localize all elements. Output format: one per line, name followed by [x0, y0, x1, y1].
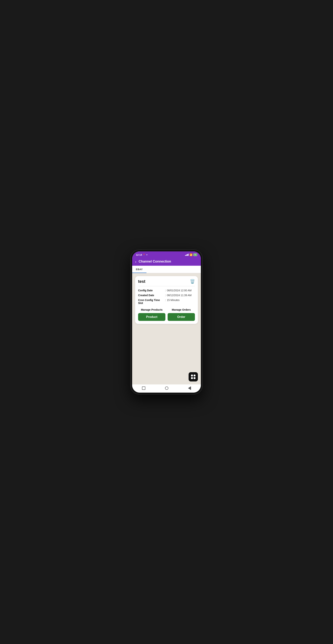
fab-grid-icon: [191, 374, 195, 379]
app-header: ‹ Channel Connection: [132, 257, 201, 266]
manage-products-label: Manage Products: [141, 308, 163, 311]
cron-config-label: Cron Config Time Slot: [138, 298, 165, 304]
nav-square-button[interactable]: [142, 386, 145, 390]
nav-back-button[interactable]: [188, 386, 191, 390]
status-time: 12:14 📍 ••: [136, 254, 148, 256]
product-button[interactable]: Product: [138, 313, 165, 321]
created-date-colon: :: [165, 294, 166, 297]
back-button[interactable]: ‹: [135, 260, 136, 264]
created-date-value: 06/12/2024 11:39 AM: [167, 294, 192, 297]
signal-icon: [185, 254, 189, 256]
status-bar: 12:14 📍 •• 📶 93: [132, 252, 201, 257]
header-title: Channel Connection: [139, 260, 171, 264]
nav-home-button[interactable]: [165, 386, 168, 390]
time-text: 12:14: [136, 254, 142, 256]
fab-button[interactable]: [189, 372, 198, 382]
status-icons: 📶 93: [185, 254, 197, 256]
card-header: test 🗑️: [138, 279, 195, 284]
manage-section: Manage Products Product Manage Orders Or…: [138, 308, 195, 321]
wifi-icon: 📶: [190, 254, 193, 256]
config-date-value: 06/01/2024 12:00 AM: [167, 289, 192, 292]
battery-icon: 93: [193, 254, 197, 256]
created-date-row: Created Date : 06/12/2024 11:39 AM: [138, 294, 195, 297]
delete-button[interactable]: 🗑️: [190, 279, 195, 284]
cron-config-colon: :: [165, 298, 166, 302]
cron-config-row: Cron Config Time Slot : 15 Minutes: [138, 298, 195, 304]
config-date-colon: :: [165, 289, 166, 292]
config-date-label: Config Date: [138, 289, 165, 292]
created-date-label: Created Date: [138, 294, 165, 297]
order-button[interactable]: Order: [168, 313, 195, 321]
manage-products-col: Manage Products Product: [138, 308, 165, 321]
dots-icon: ••: [146, 254, 148, 256]
content-area: test 🗑️ Config Date : 06/01/2024 12:00 A…: [132, 273, 201, 384]
cron-config-value: 15 Minutes: [167, 298, 180, 302]
tab-ebay[interactable]: EBAY: [132, 266, 146, 273]
card-title: test: [138, 279, 145, 284]
manage-orders-col: Manage Orders Order: [168, 308, 195, 321]
config-date-row: Config Date : 06/01/2024 12:00 AM: [138, 289, 195, 292]
manage-orders-label: Manage Orders: [172, 308, 191, 311]
location-icon: 📍: [143, 254, 145, 256]
tabs-bar: EBAY: [132, 266, 201, 273]
nav-bar: [132, 384, 201, 392]
connection-card: test 🗑️ Config Date : 06/01/2024 12:00 A…: [135, 276, 198, 324]
